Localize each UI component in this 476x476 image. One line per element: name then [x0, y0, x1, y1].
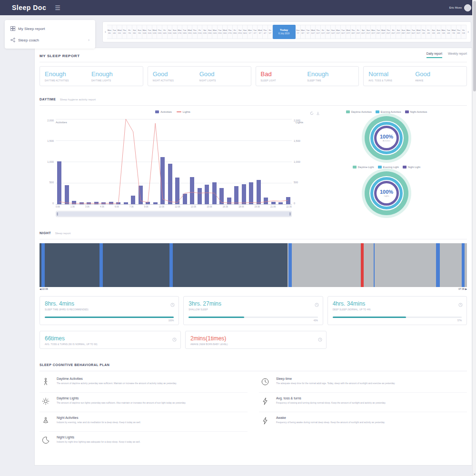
history-clock-icon[interactable]: [172, 335, 177, 344]
date-cell[interactable]: Fri2/8: [426, 25, 431, 39]
date-cell[interactable]: Sat20/7: [361, 25, 366, 39]
date-cell[interactable]: Mon10/6: [142, 25, 148, 39]
date-cell[interactable]: Thu4/7: [263, 25, 268, 39]
range-handle-left[interactable]: [57, 212, 58, 216]
scrollbar-thumb[interactable]: [473, 1, 476, 91]
date-cell[interactable]: Mon15/7: [336, 25, 341, 39]
history-clock-icon[interactable]: [315, 300, 319, 309]
date-cell[interactable]: Fri14/6: [162, 25, 168, 39]
date-cell[interactable]: Sun7/7: [296, 25, 301, 39]
sidebar-item-sleep-coach[interactable]: Sleep coach ›: [5, 34, 95, 46]
tab-daily-report[interactable]: Daily report: [426, 52, 442, 58]
scroll-right-icon[interactable]: ›: [466, 30, 470, 34]
date-cell[interactable]: Mon22/7: [371, 25, 376, 39]
date-cell[interactable]: Sun23/6: [208, 25, 213, 39]
legend-item-lights[interactable]: Lights: [177, 110, 190, 113]
legend-item-activities[interactable]: Activities: [155, 110, 172, 113]
date-cell[interactable]: Wed7/8: [451, 25, 456, 39]
date-cell[interactable]: Wed19/6: [188, 25, 193, 39]
date-cell[interactable]: Mon17/6: [178, 25, 183, 39]
date-cell[interactable]: Thu25/7: [386, 25, 391, 39]
date-cell[interactable]: Wed10/7: [311, 25, 316, 39]
date-cell[interactable]: Sun16/6: [172, 25, 178, 39]
date-cell[interactable]: Fri7/6: [127, 25, 132, 39]
range-slider-window[interactable]: [57, 212, 291, 216]
date-cell[interactable]: Thu18/7: [351, 25, 356, 39]
date-cell[interactable]: Fri5/7: [268, 25, 273, 39]
scrollbar-down-icon[interactable]: ⌄: [473, 472, 476, 476]
date-cell[interactable]: Fri28/6: [233, 25, 238, 39]
date-cell[interactable]: Sat13/7: [326, 25, 331, 39]
hamburger-icon[interactable]: ☰: [55, 4, 60, 11]
app-logo[interactable]: Sleep Doc: [12, 4, 46, 11]
date-cell[interactable]: Sat3/8: [431, 25, 436, 39]
legend-item-daytime-light[interactable]: Daytime Light: [353, 166, 374, 169]
date-cell[interactable]: Tue30/7: [411, 25, 416, 39]
legend-item-night-light[interactable]: Night Light: [403, 166, 420, 169]
range-handle-right[interactable]: [289, 212, 291, 216]
date-cell[interactable]: Sun14/7: [331, 25, 336, 39]
date-cell[interactable]: Tue23/7: [376, 25, 381, 39]
date-cell[interactable]: Wed3/7: [258, 25, 263, 39]
date-cell[interactable]: Fri9/8: [461, 25, 466, 39]
sidebar-item-my-sleep-report[interactable]: My Sleep report: [5, 23, 95, 34]
date-cell[interactable]: Fri21/6: [198, 25, 203, 39]
date-cell[interactable]: Tue4/6: [112, 25, 118, 39]
date-cell[interactable]: Wed26/6: [223, 25, 228, 39]
date-cell[interactable]: Mon3/6: [107, 25, 112, 39]
legend-item-evening-light[interactable]: Evening Light: [378, 166, 399, 169]
refresh-icon[interactable]: [310, 111, 314, 115]
date-cell[interactable]: Thu20/6: [192, 25, 198, 39]
history-clock-icon[interactable]: [458, 300, 463, 309]
page-scrollbar[interactable]: ⌄: [472, 0, 476, 476]
date-cell[interactable]: Tue11/6: [147, 25, 152, 39]
date-cell[interactable]: Sat29/6: [238, 25, 243, 39]
tab-weekly-report[interactable]: Weekly report: [448, 52, 467, 58]
date-cell[interactable]: Thu13/6: [157, 25, 162, 39]
date-cell[interactable]: Tue18/6: [182, 25, 188, 39]
date-cell[interactable]: Mon8/7: [301, 25, 306, 39]
date-cell[interactable]: Sat22/6: [202, 25, 208, 39]
date-cell[interactable]: Tue25/6: [218, 25, 223, 39]
date-cell[interactable]: Thu1/8: [421, 25, 426, 39]
sleep-timeline[interactable]: [40, 243, 467, 287]
date-cell[interactable]: Fri19/7: [356, 25, 361, 39]
date-cell[interactable]: Tue2/7: [253, 25, 258, 39]
date-cell[interactable]: Thu8/8: [456, 25, 462, 39]
date-cell[interactable]: Fri12/7: [321, 25, 326, 39]
avatar[interactable]: [464, 4, 471, 11]
date-cell[interactable]: Sun9/6: [137, 25, 142, 39]
date-cell[interactable]: Sun28/7: [401, 25, 407, 39]
date-cell[interactable]: Tue9/7: [306, 25, 311, 39]
date-cell[interactable]: Wed12/6: [152, 25, 158, 39]
chart-range-slider[interactable]: [56, 211, 292, 217]
date-cell-today[interactable]: Today6 July 2019: [273, 25, 296, 39]
date-cell[interactable]: Sun4/8: [436, 25, 441, 39]
date-cell[interactable]: Wed24/7: [381, 25, 386, 39]
date-cell[interactable]: Sat8/6: [132, 25, 138, 39]
history-clock-icon[interactable]: [170, 300, 175, 309]
date-cell[interactable]: Tue16/7: [341, 25, 346, 39]
date-cell[interactable]: Mon5/8: [441, 25, 446, 39]
date-cell[interactable]: Mon24/6: [212, 25, 218, 39]
date-cell[interactable]: Fri26/7: [391, 25, 396, 39]
date-cell[interactable]: Thu11/7: [316, 25, 321, 39]
date-cell[interactable]: Sun21/7: [366, 25, 371, 39]
date-cell[interactable]: Mon29/7: [406, 25, 411, 39]
date-cell[interactable]: Tue6/8: [446, 25, 451, 39]
scroll-left-icon[interactable]: ‹: [104, 30, 107, 34]
save-image-icon[interactable]: [316, 111, 320, 115]
date-cell[interactable]: Sat15/6: [168, 25, 173, 39]
history-clock-icon[interactable]: [318, 335, 322, 344]
date-cell[interactable]: Wed31/7: [416, 25, 421, 39]
legend-item-daytime-activities[interactable]: Daytime Activities: [346, 110, 372, 113]
date-cell[interactable]: Wed17/7: [346, 25, 351, 39]
date-cell[interactable]: Thu6/6: [122, 25, 128, 39]
date-cell[interactable]: Sun30/6: [243, 25, 248, 39]
date-cell[interactable]: Sat27/7: [396, 25, 401, 39]
date-cell[interactable]: Mon1/7: [248, 25, 253, 39]
date-cell[interactable]: Thu27/6: [228, 25, 233, 39]
legend-item-night-activities[interactable]: Night Activities: [405, 110, 427, 113]
date-cell[interactable]: Wed5/6: [117, 25, 122, 39]
legend-item-evening-activities[interactable]: Evening Activities: [376, 110, 401, 113]
